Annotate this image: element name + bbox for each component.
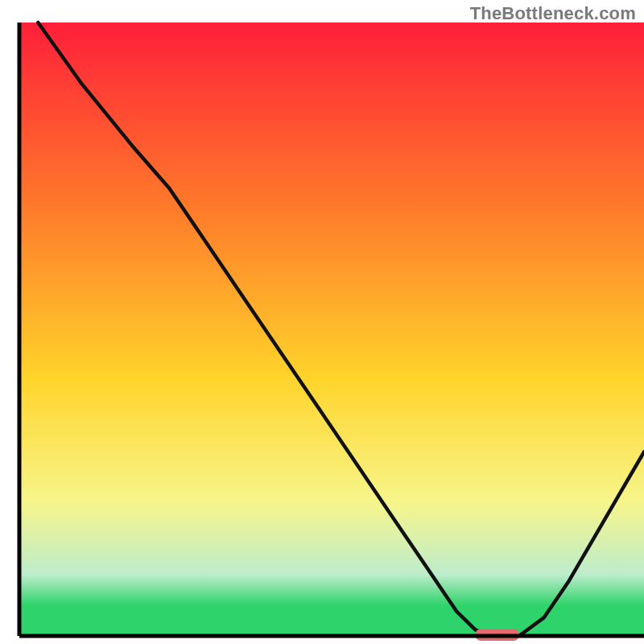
gradient-background [19,23,644,636]
chart-container: TheBottleneck.com [0,0,644,644]
bottleneck-chart [0,0,644,644]
plot-area [19,23,644,641]
attribution-label: TheBottleneck.com [470,3,636,24]
